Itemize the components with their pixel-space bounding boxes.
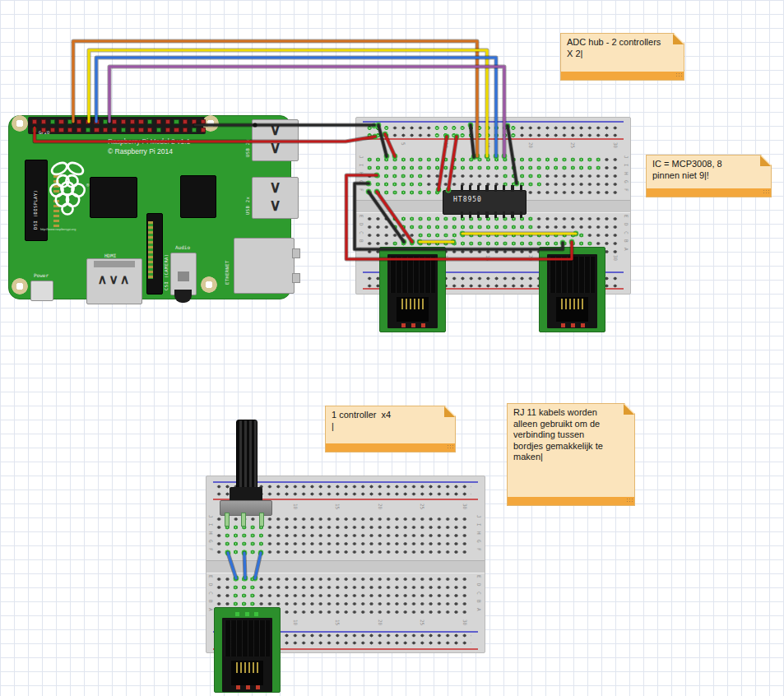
- note-title-bar[interactable]: [647, 188, 771, 197]
- ic-pin: [511, 185, 513, 192]
- gpio-pin: [156, 128, 161, 132]
- gpio-pin: [41, 128, 46, 132]
- gpio-pin: [94, 128, 99, 132]
- note-title-bar[interactable]: [561, 72, 684, 80]
- note-line: maken|: [513, 452, 629, 463]
- csi-label: CSI (CAMERA): [164, 253, 169, 290]
- mounting-hole: [12, 278, 28, 295]
- csi-pins: [148, 221, 153, 279]
- pi-url: http://www.raspberrypi.org: [40, 228, 76, 231]
- gpio-pin: [103, 128, 108, 132]
- rj11-board-left[interactable]: [379, 247, 446, 332]
- gpio-pin: [138, 128, 143, 132]
- note-adc-hub[interactable]: ADC hub - 2 controllers X 2|: [560, 33, 684, 81]
- potentiometer[interactable]: [212, 415, 278, 527]
- ic-pin: [520, 211, 522, 218]
- power-port: [30, 281, 53, 301]
- ic-pin: [511, 211, 513, 218]
- column-number: 25: [420, 503, 425, 509]
- note-line: RJ 11 kabels worden: [513, 407, 629, 419]
- note-controller[interactable]: 1 controller x4 |: [325, 406, 456, 452]
- row-letter: D: [624, 223, 629, 226]
- note-ic-info[interactable]: IC = MCP3008, 8 pinnen niet 9|!: [646, 155, 772, 197]
- gpio-pin: [147, 119, 152, 124]
- note-title-bar[interactable]: [508, 497, 634, 505]
- column-number: 30: [462, 503, 468, 509]
- ethernet-port: [234, 238, 295, 294]
- note-line: IC = MCP3008, 8: [652, 159, 766, 170]
- resize-grip[interactable]: [763, 189, 769, 195]
- note-line: bordjes gemakkelijk te: [513, 441, 629, 452]
- note-line: ADC hub - 2 controllers: [567, 37, 679, 49]
- gpio-pin: [67, 119, 72, 124]
- row-letter: C: [624, 231, 629, 234]
- gpio-pin: [112, 128, 117, 132]
- ic-pin: [477, 211, 480, 218]
- connected-holes: [501, 172, 544, 180]
- resize-grip[interactable]: [675, 72, 682, 78]
- connected-holes: [433, 124, 517, 139]
- gpio-pin: [32, 119, 37, 124]
- note-line: 1 controller x4: [332, 410, 450, 421]
- note-rj11-info[interactable]: RJ 11 kabels worden alleen gebruikt om d…: [507, 403, 635, 506]
- connected-holes: [373, 172, 424, 180]
- ic-pin: [477, 185, 480, 192]
- ic-chip[interactable]: HT8950: [443, 185, 525, 218]
- column-number: 15: [485, 142, 491, 148]
- note-title-bar[interactable]: [326, 443, 455, 452]
- row-letter: D: [476, 583, 482, 587]
- resize-grip[interactable]: [626, 498, 633, 503]
- column-number: 20: [378, 503, 383, 509]
- connected-holes: [231, 583, 257, 592]
- row-letter: B: [624, 239, 629, 243]
- mounting-hole: [12, 115, 28, 132]
- power-label: Power: [34, 272, 49, 278]
- gpio-pin: [94, 119, 99, 124]
- ethernet-label: ETHERNET: [225, 260, 230, 285]
- gpio-pin: [58, 119, 63, 124]
- connected-holes: [231, 592, 257, 600]
- rj11-board-bottom[interactable]: [214, 607, 281, 693]
- column-number: 20: [378, 619, 383, 625]
- row-letter: I: [359, 164, 364, 167]
- row-letter: I: [476, 523, 482, 527]
- note-line: X 2|: [567, 49, 679, 60]
- gpio-pin: [165, 119, 170, 124]
- gpio-pin: [112, 119, 117, 124]
- note-line: |: [332, 421, 450, 433]
- note-line: pinnen niet 9|!: [652, 170, 766, 182]
- row-letter: F: [476, 548, 482, 551]
- column-number: 15: [485, 255, 491, 261]
- column-number: 15: [335, 619, 341, 625]
- row-letter: F: [359, 188, 364, 192]
- connected-holes: [365, 124, 391, 139]
- pi-copyright: © Raspberry Pi 2014: [108, 147, 173, 155]
- row-letter: J: [359, 155, 364, 159]
- gpio-pin: [165, 128, 170, 132]
- raspberry-logo: [40, 160, 95, 219]
- row-letter: I: [624, 164, 629, 167]
- row-letter: A: [359, 248, 364, 251]
- rj11-board-right[interactable]: [539, 247, 605, 332]
- row-letter: J: [476, 515, 482, 518]
- gpio-pin: [156, 119, 161, 124]
- column-number: 10: [293, 619, 299, 625]
- gpio-pin: [138, 119, 143, 124]
- gpio-pin: [183, 128, 188, 132]
- raspberry-pi-board[interactable]: GPIO Raspberry Pi Model 2 v1.1 © Raspber…: [8, 115, 291, 299]
- power-rail-blue: [363, 121, 624, 123]
- hdmi-port: ∧∨∧: [86, 258, 142, 304]
- connected-holes: [373, 180, 424, 188]
- row-letter: A: [476, 608, 482, 611]
- gpio-pin: [174, 128, 179, 132]
- hdmi-label: HDMI: [104, 253, 116, 258]
- resize-grip[interactable]: [447, 444, 453, 450]
- row-letter: H: [208, 531, 214, 535]
- gpio-pin: [192, 128, 197, 132]
- gpio-pin: [201, 128, 206, 132]
- gpio-pin: [174, 119, 179, 124]
- connected-holes: [365, 164, 602, 172]
- gpio-pin: [86, 119, 90, 124]
- gpio-pin: [130, 128, 135, 132]
- row-letter: E: [359, 215, 364, 218]
